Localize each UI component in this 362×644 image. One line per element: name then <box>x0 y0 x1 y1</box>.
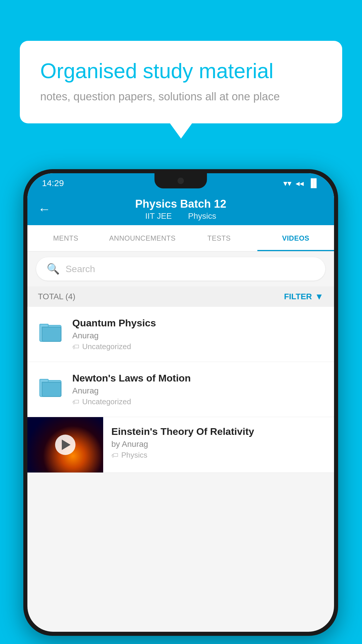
filter-icon: ▼ <box>315 292 324 302</box>
tabs-container: MENTS ANNOUNCEMENTS TESTS VIDEOS <box>27 225 334 251</box>
tab-announcements[interactable]: ANNOUNCEMENTS <box>104 225 181 251</box>
video-tag-3: 🏷 Physics <box>111 451 326 460</box>
status-icons: ▾▾ ◂◂ ▐▌ <box>283 178 319 188</box>
tab-tests[interactable]: TESTS <box>181 225 257 251</box>
tag-icon-2: 🏷 <box>72 398 79 406</box>
camera-dot <box>178 178 184 184</box>
item-title-1: Quantum Physics <box>72 317 324 329</box>
item-tag-2: 🏷 Uncategorized <box>72 397 324 406</box>
play-button[interactable] <box>55 435 75 455</box>
phone-frame: 14:29 ▾▾ ◂◂ ▐▌ ← Physics Batch 12 IIT JE… <box>23 169 338 636</box>
back-button[interactable]: ← <box>38 202 51 216</box>
item-author-1: Anurag <box>72 331 324 340</box>
tab-ments[interactable]: MENTS <box>27 225 104 251</box>
toolbar: ← Physics Batch 12 IIT JEE Physics <box>27 193 334 225</box>
tag-icon-3: 🏷 <box>111 451 118 459</box>
tab-videos[interactable]: VIDEOS <box>257 225 334 251</box>
search-icon: 🔍 <box>47 263 60 275</box>
tag-icon-1: 🏷 <box>72 343 79 351</box>
speech-bubble-container: Organised study material notes, question… <box>20 41 342 123</box>
filter-bar: TOTAL (4) FILTER ▼ <box>27 286 334 307</box>
toolbar-subtitle-iitjee: IIT JEE <box>145 211 172 220</box>
video-content-3: Einstein's Theory Of Relativity by Anura… <box>103 417 334 468</box>
item-author-2: Anurag <box>72 386 324 396</box>
item-content-2: Newton's Laws of Motion Anurag 🏷 Uncateg… <box>72 372 324 406</box>
total-count-label: TOTAL (4) <box>38 292 75 301</box>
item-tag-label-1: Uncategorized <box>82 342 131 351</box>
toolbar-subtitle-physics: Physics <box>188 211 216 220</box>
status-time: 14:29 <box>42 178 64 188</box>
list-item-video[interactable]: Einstein's Theory Of Relativity by Anura… <box>27 417 334 473</box>
video-tag-label-3: Physics <box>121 451 147 460</box>
status-bar: 14:29 ▾▾ ◂◂ ▐▌ <box>27 173 334 193</box>
video-title-3: Einstein's Theory Of Relativity <box>111 426 326 437</box>
search-bar[interactable]: 🔍 Search <box>36 257 325 281</box>
filter-label: FILTER <box>284 292 312 301</box>
wifi-icon: ▾▾ <box>283 178 291 188</box>
search-container: 🔍 Search <box>27 251 334 286</box>
filter-button[interactable]: FILTER ▼ <box>284 292 324 302</box>
search-placeholder: Search <box>66 264 95 274</box>
signal-icon: ◂◂ <box>296 178 304 188</box>
bubble-subtitle: notes, question papers, solutions all at… <box>40 90 322 103</box>
content-list: Quantum Physics Anurag 🏷 Uncategorized <box>27 307 334 473</box>
folder-icon-2 <box>38 374 64 400</box>
bubble-title: Organised study material <box>40 58 322 83</box>
item-title-2: Newton's Laws of Motion <box>72 372 324 384</box>
phone-inner: 14:29 ▾▾ ◂◂ ▐▌ ← Physics Batch 12 IIT JE… <box>27 173 334 632</box>
folder-icon-1 <box>38 318 64 345</box>
item-tag-label-2: Uncategorized <box>82 397 131 406</box>
video-thumbnail <box>27 417 103 473</box>
item-content-1: Quantum Physics Anurag 🏷 Uncategorized <box>72 317 324 351</box>
toolbar-title: Physics Batch 12 <box>135 198 226 210</box>
list-item[interactable]: Newton's Laws of Motion Anurag 🏷 Uncateg… <box>27 362 334 417</box>
video-author-3: by Anurag <box>111 440 326 449</box>
list-item[interactable]: Quantum Physics Anurag 🏷 Uncategorized <box>27 307 334 362</box>
speech-bubble: Organised study material notes, question… <box>20 41 342 123</box>
toolbar-subtitle: IIT JEE Physics <box>142 211 220 221</box>
play-triangle-icon <box>62 440 71 450</box>
item-tag-1: 🏷 Uncategorized <box>72 342 324 351</box>
battery-icon: ▐▌ <box>308 178 319 188</box>
notch <box>154 173 207 188</box>
